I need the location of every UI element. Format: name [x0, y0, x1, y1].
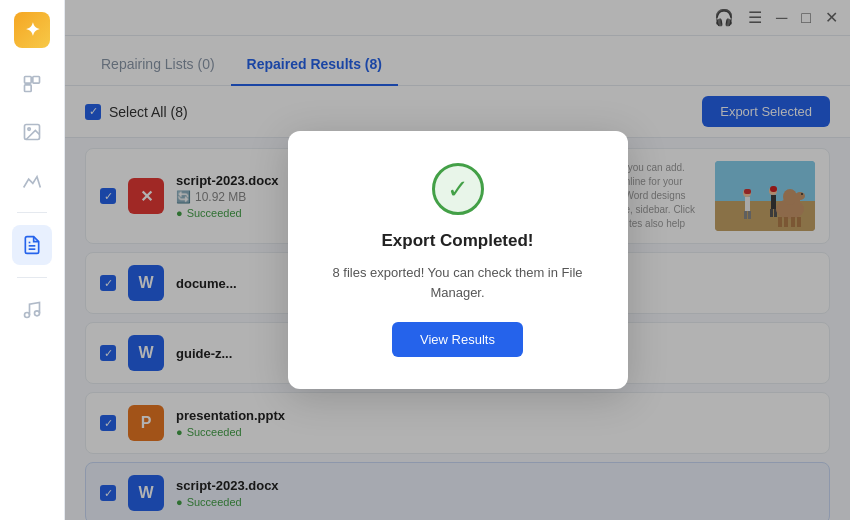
modal-title: Export Completed! — [381, 231, 533, 251]
svg-rect-1 — [33, 77, 40, 84]
app-logo: ✦ — [14, 12, 50, 48]
sidebar-item-photo[interactable] — [12, 112, 52, 152]
svg-point-8 — [35, 311, 40, 316]
svg-rect-0 — [25, 77, 32, 84]
sidebar: ✦ — [0, 0, 65, 520]
sidebar-item-mountains[interactable] — [12, 160, 52, 200]
success-icon: ✓ — [432, 163, 484, 215]
view-results-button[interactable]: View Results — [392, 322, 523, 357]
export-completed-modal: ✓ Export Completed! 8 files exported! Yo… — [288, 131, 628, 389]
sidebar-divider-2 — [17, 277, 47, 278]
main-content: 🎧 ☰ ─ □ ✕ Repairing Lists (0) Repaired R… — [65, 0, 850, 520]
sidebar-divider — [17, 212, 47, 213]
svg-point-4 — [28, 128, 30, 130]
svg-point-7 — [25, 313, 30, 318]
modal-overlay: ✓ Export Completed! 8 files exported! Yo… — [65, 0, 850, 520]
sidebar-item-docs[interactable] — [12, 225, 52, 265]
sidebar-item-music[interactable] — [12, 290, 52, 330]
svg-rect-2 — [25, 85, 32, 92]
modal-message: 8 files exported! You can check them in … — [328, 263, 588, 302]
sidebar-item-repair[interactable] — [12, 64, 52, 104]
